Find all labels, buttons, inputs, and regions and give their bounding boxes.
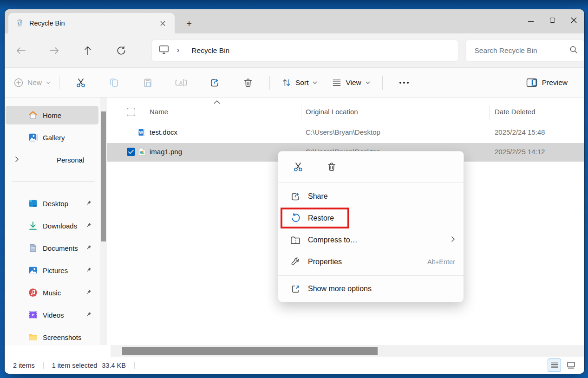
menu-item-label: Properties — [308, 258, 427, 266]
view-button[interactable]: View — [332, 78, 370, 87]
new-button[interactable]: New — [14, 78, 51, 87]
search-input[interactable]: Search Recycle Bin — [474, 46, 569, 55]
trash-icon — [327, 161, 337, 172]
see-more-button[interactable] — [399, 82, 409, 84]
breadcrumb-location: Recycle Bin — [191, 46, 229, 55]
desktop-icon — [28, 198, 38, 209]
new-tab-button[interactable]: + — [181, 16, 197, 32]
delete-button[interactable] — [323, 158, 340, 176]
forward-button[interactable] — [45, 41, 64, 60]
sidebar-item-pictures[interactable]: Pictures — [6, 261, 98, 280]
column-separator[interactable] — [301, 105, 301, 120]
arrow-up-icon — [84, 46, 91, 55]
sort-button[interactable]: Sort — [282, 78, 317, 87]
sidebar-item-label: Downloads — [43, 222, 77, 230]
sort-button-label: Sort — [295, 78, 308, 87]
cut-button[interactable] — [289, 158, 307, 176]
toolbar-divider — [59, 76, 59, 90]
sidebar-item-music[interactable]: Music — [6, 283, 98, 302]
pictures-icon — [28, 265, 38, 275]
search-icon — [569, 46, 578, 56]
sidebar-item-label: Pictures — [43, 267, 68, 274]
tab-recycle-bin[interactable]: Recycle Bin — [8, 13, 175, 33]
sidebar-item-label: Documents — [43, 244, 78, 252]
select-all-checkbox[interactable] — [127, 108, 135, 116]
image-file-icon — [137, 147, 147, 158]
context-menu-quick-actions — [278, 154, 464, 179]
sidebar-item-personal[interactable]: Personal — [6, 150, 98, 169]
arrow-right-icon — [50, 47, 59, 54]
menu-item-share[interactable]: Share — [278, 185, 464, 207]
pin-icon — [85, 244, 92, 252]
sidebar-item-label: Gallery — [43, 134, 65, 142]
minimize-button[interactable] — [520, 9, 542, 31]
status-selection-count: 1 item selected — [52, 362, 98, 369]
gallery-icon — [28, 132, 38, 143]
address-bar[interactable]: › Recycle Bin — [152, 40, 458, 61]
column-header-date-deleted[interactable]: Date Deleted — [495, 108, 536, 116]
details-view-icon — [551, 362, 558, 369]
restore-icon — [289, 213, 301, 223]
back-button[interactable] — [12, 41, 30, 60]
menu-item-label: Compress to… — [308, 236, 451, 244]
menu-item-label: Restore — [308, 214, 455, 222]
sidebar-item-downloads[interactable]: Downloads — [6, 216, 98, 235]
up-button[interactable] — [78, 41, 97, 60]
file-date-deleted: 2025/2/24 15:48 — [495, 128, 545, 136]
sidebar-item-home[interactable]: Home — [6, 106, 98, 124]
wrench-icon — [289, 256, 301, 267]
status-bar: 2 items 1 item selected 33.4 KB — [5, 357, 584, 374]
column-header-original-location[interactable]: Original Location — [306, 108, 358, 116]
menu-item-compress-to[interactable]: Compress to… — [278, 229, 464, 251]
svg-text:W: W — [139, 130, 144, 135]
column-separator[interactable] — [489, 105, 490, 120]
pin-icon — [85, 200, 92, 208]
file-row-test-docx[interactable]: W test.docx C:\Users\Bryan\Desktop 2025/… — [107, 124, 584, 142]
horizontal-scrollbar-thumb[interactable] — [122, 347, 378, 355]
horizontal-scrollbar[interactable] — [111, 345, 584, 357]
menu-item-show-more-options[interactable]: Show more options — [278, 279, 464, 299]
circle-plus-icon — [14, 78, 23, 87]
menu-item-restore[interactable]: Restore — [278, 207, 464, 229]
new-button-label: New — [27, 78, 42, 87]
sidebar-item-documents[interactable]: Documents — [6, 239, 98, 257]
paste-button[interactable] — [137, 73, 158, 92]
vertical-scrollbar[interactable] — [100, 98, 107, 345]
music-icon — [28, 287, 38, 298]
menu-item-properties[interactable]: Properties Alt+Enter — [278, 251, 464, 273]
desktop-background: Recycle Bin + — [0, 0, 588, 378]
copy-button[interactable] — [104, 73, 125, 92]
list-header: Name Original Location Date Deleted — [107, 103, 584, 122]
tab-close-icon[interactable] — [156, 17, 169, 30]
file-explorer-window: Recycle Bin + — [5, 9, 584, 374]
pin-icon — [85, 289, 92, 297]
search-box[interactable]: Search Recycle Bin — [466, 40, 584, 61]
close-icon — [571, 17, 577, 23]
details-view-button[interactable] — [548, 358, 561, 372]
folder-icon — [28, 332, 38, 342]
maximize-button[interactable] — [542, 9, 563, 31]
sidebar-item-desktop[interactable]: Desktop — [6, 194, 98, 213]
navigation-bar: › Recycle Bin Search Recycle Bin — [5, 33, 584, 68]
dot-icon — [399, 82, 401, 84]
status-item-count: 2 items — [13, 362, 35, 369]
large-icons-view-button[interactable] — [564, 358, 578, 372]
sort-icon — [282, 78, 291, 87]
sidebar-item-gallery[interactable]: Gallery — [6, 128, 98, 147]
vertical-scrollbar-thumb[interactable] — [101, 111, 106, 241]
word-document-icon: W — [137, 128, 147, 138]
column-header-name[interactable]: Name — [150, 108, 168, 116]
share-button[interactable] — [204, 73, 225, 92]
home-icon — [28, 110, 38, 120]
rename-button[interactable]: A — [170, 73, 192, 92]
delete-button[interactable] — [237, 73, 259, 92]
sidebar-item-videos[interactable]: Videos — [6, 306, 98, 324]
preview-button[interactable]: Preview — [526, 78, 568, 87]
pin-icon — [85, 222, 92, 230]
row-checkbox-checked[interactable] — [127, 148, 135, 156]
close-button[interactable] — [563, 9, 584, 31]
refresh-button[interactable] — [112, 41, 131, 60]
cut-button[interactable] — [70, 73, 91, 92]
sidebar-item-screenshots[interactable]: Screenshots — [6, 328, 98, 346]
file-name: test.docx — [150, 128, 177, 136]
